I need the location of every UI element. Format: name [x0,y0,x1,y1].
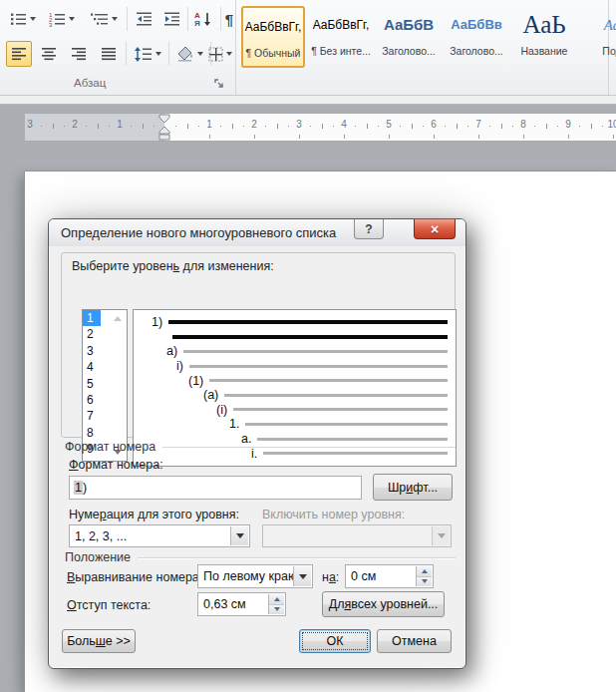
up-arrow-icon [422,569,428,573]
ok-button[interactable]: ОК [299,629,371,653]
include-level-combobox [262,524,452,547]
ruler-mark [220,126,221,127]
increase-indent-button[interactable] [158,7,184,31]
preview-row: (a) [134,388,456,403]
aligned-at-label: на: [322,570,339,584]
number-format-value-suffix: ) [83,481,87,495]
level-item[interactable]: 2 [83,326,127,342]
level-item[interactable]: 3 [83,343,127,359]
shading-button[interactable] [171,41,207,67]
bullets-button[interactable] [4,7,41,31]
ruler-number: 10 [607,119,616,130]
spin-down-button[interactable] [417,577,432,587]
ruler-mark [602,126,603,127]
ruler-mark [467,126,468,127]
numbering-style-label: Нумерация для этого уровня: [69,508,239,521]
style-item-4[interactable]: АаБбВвЗаголово... [445,6,508,68]
paragraph-dialog-launcher[interactable] [212,77,227,92]
ruler-mark [501,124,502,129]
ruler-number: 7 [475,119,481,130]
spin-up-button[interactable] [269,594,284,605]
level-item[interactable]: 8 [83,425,127,441]
level-item[interactable]: 5 [83,376,127,392]
separator [187,7,188,31]
align-right-button[interactable] [66,41,92,67]
more-button[interactable]: Больше >> [62,629,136,653]
multilevel-list-button[interactable] [84,7,124,31]
scroll-up-icon[interactable] [114,316,122,321]
ruler-mark [546,124,547,129]
numbering-style-combobox[interactable]: 1, 2, 3, ... [69,524,250,547]
borders-button[interactable] [203,41,237,67]
ruler-mark [41,126,42,127]
dialog-titlebar[interactable]: Определение нового многоуровневого списк… [49,219,465,246]
level-item[interactable]: 1 [83,310,101,326]
ruler-mark [175,126,176,127]
preview-text-line [209,379,448,382]
select-level-group: Выберите уровень для изменения: 12345678… [61,252,456,438]
style-item-5[interactable]: АаЬНазвание [512,6,576,68]
ruler-mark [154,126,154,127]
ruler-number: 2 [72,119,78,130]
separator [127,7,128,31]
combo-dropdown-button[interactable] [230,526,248,545]
ruler-mark [423,126,424,127]
preview-text-line [233,408,448,411]
ruler-mark [53,124,54,129]
decrease-indent-button[interactable] [131,7,156,31]
text-indent-spinner[interactable]: 0,63 см [197,592,286,616]
style-label: Название [512,45,576,57]
chevron-down-icon [30,17,36,21]
preview-text-line [245,423,448,426]
preview-number-label: 1) [152,315,162,329]
close-icon: × [431,221,439,237]
number-format-input[interactable]: 1) [69,476,362,500]
ruler-mark [367,124,368,129]
level-item[interactable]: 6 [83,392,127,408]
align-left-icon [12,47,27,61]
separator [168,42,169,66]
ruler-mark [131,126,132,127]
justify-button[interactable] [96,41,122,67]
ruler-number: 1 [206,119,212,130]
align-left-button[interactable] [6,41,32,67]
ruler-mark [86,126,87,127]
number-format-group-header: Формат номера [65,440,456,454]
all-levels-button[interactable]: Для всех уровней... [322,591,445,617]
preview-row: 1. [134,417,456,432]
ruler-number: 4 [341,119,347,130]
level-item[interactable]: 7 [83,408,127,424]
aligned-at-spinner[interactable]: 0 см [345,564,434,588]
number-format-label: Формат номера: [69,458,163,472]
bullets-icon [10,11,27,27]
text-indent-label: Отступ текста: [67,598,151,612]
font-button[interactable]: Шрифт... [373,474,453,501]
level-item[interactable]: 4 [83,359,127,375]
sort-button[interactable]: АЯ [190,7,216,31]
style-item-3[interactable]: АаБбВЗаголово... [377,6,441,68]
ruler-mark [333,126,334,127]
style-preview: АаБбВвГг, [309,6,373,42]
ruler-mark [209,135,210,139]
close-button[interactable]: × [414,219,456,239]
cancel-button[interactable]: Отмена [377,629,452,653]
preview-number-label: (a) [203,388,218,402]
ruler-mark [344,135,345,139]
combo-dropdown-button[interactable] [293,566,311,586]
help-button[interactable]: ? [354,219,384,239]
ruler-mark [591,124,592,129]
numbering-button[interactable]: 123 [43,7,80,31]
style-item-1[interactable]: АаБбВвГг,¶ Обычный [241,6,305,68]
style-item-2[interactable]: АаБбВвГг,¶ Без инте... [309,6,373,68]
line-spacing-button[interactable] [130,41,165,67]
spin-down-button[interactable] [269,605,284,615]
style-item-6[interactable]: АаПод [580,6,616,68]
align-center-button[interactable] [36,41,62,67]
indent-markers[interactable] [157,114,171,142]
up-arrow-icon [274,597,280,601]
ruler-mark [613,135,614,139]
ruler-number: 8 [520,119,526,130]
number-alignment-combobox[interactable]: По левому краю [197,564,313,588]
ruler-mark [579,126,580,127]
spin-up-button[interactable] [417,566,432,577]
